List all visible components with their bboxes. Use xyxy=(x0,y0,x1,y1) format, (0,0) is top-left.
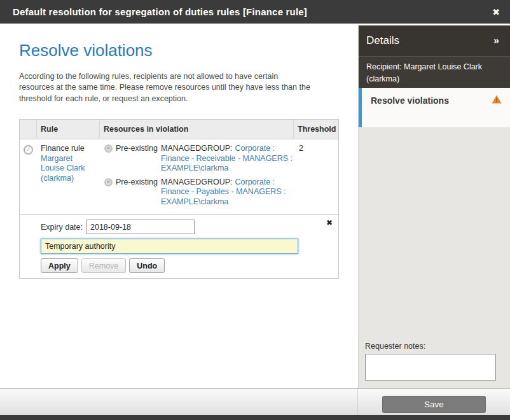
column-header-select xyxy=(20,120,37,139)
dialog-title: Default resolution for segregation of du… xyxy=(13,6,307,17)
column-header-resources: Resources in violation xyxy=(100,120,294,139)
dialog: Default resolution for segregation of du… xyxy=(0,0,510,420)
threshold-value: 2 xyxy=(294,144,338,211)
details-header: Details » xyxy=(359,25,510,56)
warning-icon xyxy=(492,95,502,106)
close-icon[interactable]: ✖ xyxy=(492,7,500,17)
resource-status: Pre-existing xyxy=(116,144,158,174)
undo-button[interactable]: Undo xyxy=(129,258,165,273)
remove-resource-icon[interactable]: ✕ xyxy=(104,144,113,153)
main-content: Resolve violations According to the foll… xyxy=(0,24,358,388)
resource-link[interactable]: EXAMPLE\clarkma xyxy=(161,197,293,207)
resource-entry: ✕ Pre-existing MANAGEDGROUP:Corporate : … xyxy=(104,178,294,207)
resource-entry: ✕ Pre-existing MANAGEDGROUP:Corporate : … xyxy=(104,144,294,174)
sidebar-item-resolve-violations[interactable]: Resolve violations xyxy=(359,88,510,127)
panel-close-icon[interactable]: ✖ xyxy=(326,218,333,227)
recipient-info: Recipient: Margaret Louise Clark (clarkm… xyxy=(359,56,510,88)
rule-name: Finance rule xyxy=(41,144,97,154)
description-line: According to the following rules, recipi… xyxy=(19,71,358,83)
expiry-date-label: Expiry date: xyxy=(41,223,83,232)
column-header-threshold: Threshold xyxy=(294,120,338,139)
description-line: threshold for each rule, or request an e… xyxy=(19,94,358,105)
resource-status: Pre-existing xyxy=(116,178,158,207)
resolution-panel: ✖ Expiry date: Apply Remove Undo xyxy=(20,214,338,278)
footer-right: Save xyxy=(358,389,510,415)
apply-button[interactable]: Apply xyxy=(41,258,78,273)
resource-description: MANAGEDGROUP:Corporate : Finance - Payab… xyxy=(161,178,293,207)
resource-link[interactable]: Finance - Receivable - MANAGERS : xyxy=(161,154,293,164)
details-title: Details xyxy=(366,34,399,47)
resolution-comment-input[interactable] xyxy=(41,239,298,254)
resource-type: MANAGEDGROUP: xyxy=(161,178,233,186)
remove-resource-icon[interactable]: ✕ xyxy=(104,178,113,186)
column-header-rule: Rule xyxy=(37,120,100,139)
table-header-row: Rule Resources in violation Threshold xyxy=(20,120,338,139)
details-sidebar: Details » Recipient: Margaret Louise Cla… xyxy=(358,24,510,388)
sidebar-item-label: Resolve violations xyxy=(371,95,449,106)
expiry-date-input[interactable] xyxy=(86,220,195,234)
dialog-titlebar: Default resolution for segregation of du… xyxy=(0,0,510,24)
resource-link[interactable]: Finance - Payables - MANAGERS : xyxy=(161,187,293,197)
resource-description: MANAGEDGROUP:Corporate : Finance - Recei… xyxy=(161,144,293,174)
page-title: Resolve violations xyxy=(19,41,358,60)
footer-left xyxy=(0,389,358,415)
requester-notes-textarea[interactable] xyxy=(365,354,496,381)
remove-button[interactable]: Remove xyxy=(81,258,127,273)
description-line: resources at the same time. Please remov… xyxy=(19,82,358,94)
resource-link[interactable]: Corporate : xyxy=(235,178,275,186)
save-button[interactable]: Save xyxy=(382,396,486,413)
recipient-link[interactable]: Margaret Louise Clark (clarkma) xyxy=(41,154,97,184)
resource-link[interactable]: EXAMPLE\clarkma xyxy=(161,164,293,174)
requester-notes-section: Requester notes: xyxy=(365,342,496,383)
requester-notes-label: Requester notes: xyxy=(365,342,496,351)
collapse-panel-icon[interactable]: » xyxy=(493,35,499,46)
resource-type: MANAGEDGROUP: xyxy=(161,144,233,153)
violations-table: Rule Resources in violation Threshold ✓ … xyxy=(19,119,339,279)
bottom-bar xyxy=(0,415,510,420)
resource-link[interactable]: Corporate : xyxy=(235,144,275,153)
resolved-check-icon: ✓ xyxy=(24,145,33,155)
table-row: ✓ Finance rule Margaret Louise Clark (cl… xyxy=(20,139,338,214)
dialog-footer: Save xyxy=(0,388,510,415)
description: According to the following rules, recipi… xyxy=(19,71,358,105)
